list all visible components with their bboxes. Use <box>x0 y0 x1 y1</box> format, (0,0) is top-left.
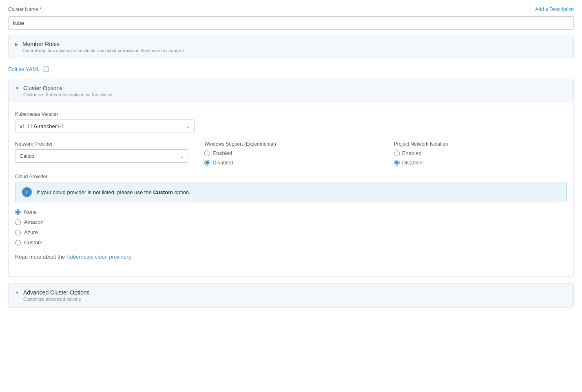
network-provider-select-wrapper: Calico Canal Flannel Weave ⌄ <box>15 149 188 163</box>
clipboard-icon: 📋 <box>42 66 49 72</box>
yaml-link-row: Edit as YAML 📋 <box>8 66 574 72</box>
project-network-disabled-label: Disabled <box>402 159 423 166</box>
cloud-provider-label: Cloud Provider <box>15 174 567 179</box>
cloud-none-item[interactable]: None <box>15 209 567 215</box>
kubernetes-version-select-wrapper: v1.11.6-rancher1-1 v1.12.4-rancher1-1 v1… <box>15 120 195 133</box>
project-network-isolation-block: Project Network Isolation Enabled Disabl… <box>394 141 567 166</box>
info-text-bold: Custom <box>153 189 173 195</box>
cluster-options-toggle-icon: ▼ <box>15 86 19 91</box>
cluster-name-input[interactable] <box>8 16 574 30</box>
network-provider-label: Network Provider <box>15 141 188 147</box>
cluster-options-header[interactable]: ▼ Cluster Options Customize Kubernetes o… <box>9 79 573 103</box>
cluster-options-title-block: Cluster Options Customize Kubernetes opt… <box>23 85 113 97</box>
windows-support-label: Windows Support (Experimental) <box>204 141 377 147</box>
advanced-options-toggle-icon: ▼ <box>15 290 19 295</box>
project-network-enabled-radio[interactable] <box>394 151 400 156</box>
cluster-name-row: Cluster Name * Add a Description <box>8 7 574 14</box>
advanced-options-title: Advanced Cluster Options <box>23 289 90 296</box>
windows-support-block: Windows Support (Experimental) Enabled D… <box>204 141 377 166</box>
page-container: Cluster Name * Add a Description ▶ Membe… <box>0 0 582 392</box>
cluster-name-label-text: Cluster Name <box>8 7 38 12</box>
info-text-after: option. <box>173 189 190 195</box>
cloud-azure-item[interactable]: Azure <box>15 229 567 235</box>
kubernetes-cloud-providers-link[interactable]: Kubernetes cloud providers <box>66 254 131 260</box>
advanced-cluster-options-section: ▼ Advanced Cluster Options Customize adv… <box>8 283 574 308</box>
windows-support-enabled-radio[interactable] <box>204 151 210 156</box>
cloud-amazon-label: Amazon <box>24 219 44 225</box>
windows-support-disabled-label: Disabled <box>212 159 233 166</box>
add-description-link[interactable]: Add a Description <box>535 7 574 12</box>
cluster-options-body: Kubernetes Version v1.11.6-rancher1-1 v1… <box>9 103 573 276</box>
project-network-isolation-label: Project Network Isolation <box>394 141 567 147</box>
advanced-options-subtitle: Customize advanced options <box>23 297 90 301</box>
cluster-name-label: Cluster Name * <box>8 7 41 12</box>
member-roles-title: Member Roles <box>22 41 186 47</box>
member-roles-subtitle: Control who has access to the cluster an… <box>22 48 186 53</box>
cloud-provider-info-box: i If your cloud provider is not listed, … <box>15 182 567 202</box>
windows-support-disabled-radio[interactable] <box>204 160 210 166</box>
windows-support-radio-group: Enabled Disabled <box>204 150 377 166</box>
windows-support-enabled-item[interactable]: Enabled <box>204 150 377 156</box>
member-roles-section: ▶ Member Roles Control who has access to… <box>8 35 574 59</box>
kubernetes-version-label: Kubernetes Version <box>15 111 567 117</box>
project-network-disabled-item[interactable]: Disabled <box>394 159 567 166</box>
cluster-name-field: Cluster Name * Add a Description <box>8 7 574 30</box>
cluster-options-subtitle: Customize Kubernetes options for the clu… <box>23 92 113 97</box>
windows-support-enabled-label: Enabled <box>212 150 232 156</box>
cloud-custom-radio[interactable] <box>15 240 21 246</box>
cloud-azure-radio[interactable] <box>15 230 21 235</box>
advanced-options-title-block: Advanced Cluster Options Customize advan… <box>23 289 90 301</box>
read-more-text: Read more about the Kubernetes cloud pro… <box>15 254 567 260</box>
member-roles-title-block: Member Roles Control who has access to t… <box>22 41 186 53</box>
network-provider-select[interactable]: Calico Canal Flannel Weave <box>15 149 188 163</box>
info-icon: i <box>22 187 32 197</box>
project-network-enabled-item[interactable]: Enabled <box>394 150 567 156</box>
member-roles-header[interactable]: ▶ Member Roles Control who has access to… <box>9 35 573 59</box>
advanced-options-header[interactable]: ▼ Advanced Cluster Options Customize adv… <box>9 283 573 307</box>
cluster-options-title: Cluster Options <box>23 85 113 91</box>
windows-support-disabled-item[interactable]: Disabled <box>204 159 377 166</box>
read-more-prefix: Read more about the <box>15 254 66 260</box>
cluster-options-section: ▼ Cluster Options Customize Kubernetes o… <box>8 79 574 277</box>
edit-as-yaml-link[interactable]: Edit as YAML <box>8 66 40 72</box>
cloud-amazon-radio[interactable] <box>15 219 21 225</box>
required-star: * <box>40 7 42 12</box>
member-roles-toggle-icon: ▶ <box>15 42 18 47</box>
cloud-azure-label: Azure <box>24 229 38 235</box>
cloud-none-label: None <box>24 209 37 215</box>
network-row: Network Provider Calico Canal Flannel We… <box>15 141 567 166</box>
network-provider-block: Network Provider Calico Canal Flannel We… <box>15 141 188 163</box>
cloud-none-radio[interactable] <box>15 209 21 215</box>
kubernetes-version-select[interactable]: v1.11.6-rancher1-1 v1.12.4-rancher1-1 v1… <box>15 120 195 133</box>
project-network-isolation-radio-group: Enabled Disabled <box>394 150 567 166</box>
project-network-enabled-label: Enabled <box>402 150 422 156</box>
cloud-provider-radio-group: None Amazon Azure Custom <box>15 209 567 246</box>
info-box-text: If your cloud provider is not listed, pl… <box>37 189 190 195</box>
kubernetes-version-row: Kubernetes Version v1.11.6-rancher1-1 v1… <box>15 111 567 133</box>
project-network-disabled-radio[interactable] <box>394 160 400 166</box>
cloud-amazon-item[interactable]: Amazon <box>15 219 567 225</box>
info-text-before: If your cloud provider is not listed, pl… <box>37 189 153 195</box>
cloud-custom-item[interactable]: Custom <box>15 239 567 246</box>
cloud-custom-label: Custom <box>24 239 42 246</box>
cloud-provider-row: Cloud Provider i If your cloud provider … <box>15 174 567 260</box>
